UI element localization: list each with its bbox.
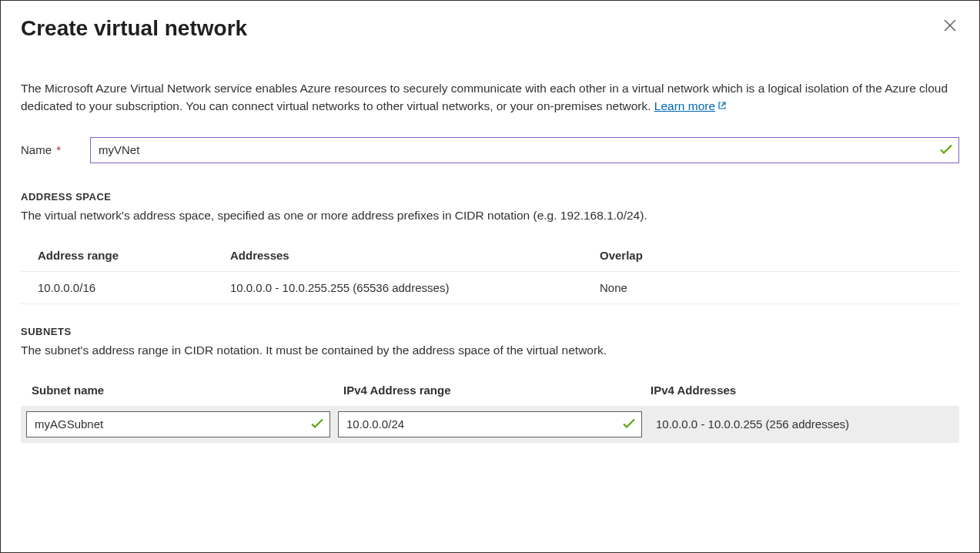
close-button[interactable] [941, 16, 959, 37]
table-header-row: Address range Addresses Overlap [21, 240, 959, 272]
name-label: Name * [21, 143, 90, 156]
subnets-table: Subnet name IPv4 Address range IPv4 Addr… [21, 374, 959, 443]
subnet-name-wrap [26, 411, 330, 437]
address-space-section: ADDRESS SPACE The virtual network's addr… [21, 191, 959, 304]
name-input[interactable] [90, 137, 959, 163]
cell-address-range: 10.0.0.0/16 [21, 271, 213, 303]
close-icon [944, 19, 956, 32]
name-field-row: Name * [21, 137, 959, 163]
subnet-range-input[interactable] [338, 411, 642, 437]
subnet-range-wrap [338, 411, 642, 437]
address-space-description: The virtual network's address space, spe… [21, 209, 959, 223]
subnet-addresses-cell: 10.0.0.0 - 10.0.0.255 (256 addresses) [650, 417, 954, 431]
create-vnet-panel: Create virtual network The Microsoft Azu… [0, 0, 980, 553]
col-address-range: Address range [21, 240, 213, 272]
check-icon [311, 417, 323, 431]
panel-header: Create virtual network [21, 16, 959, 41]
address-space-heading: ADDRESS SPACE [21, 191, 959, 203]
name-label-text: Name [21, 143, 52, 156]
page-title: Create virtual network [21, 16, 247, 41]
subnet-header-row: Subnet name IPv4 Address range IPv4 Addr… [21, 374, 959, 406]
learn-more-label: Learn more [654, 99, 715, 112]
address-space-table: Address range Addresses Overlap 10.0.0.0… [21, 240, 959, 304]
check-icon [623, 417, 635, 431]
subnets-section: SUBNETS The subnet's address range in CI… [21, 326, 959, 443]
col-overlap: Overlap [583, 240, 959, 272]
required-asterisk: * [56, 143, 61, 156]
table-row[interactable]: 10.0.0.0/16 10.0.0.0 - 10.0.255.255 (655… [21, 271, 959, 303]
check-icon [940, 143, 952, 156]
subnet-name-input[interactable] [26, 411, 330, 437]
cell-addresses: 10.0.0.0 - 10.0.255.255 (65536 addresses… [213, 271, 583, 303]
subnets-heading: SUBNETS [21, 326, 959, 337]
col-subnet-range: IPv4 Address range [333, 384, 637, 397]
col-subnet-name: Subnet name [28, 384, 333, 397]
cell-overlap: None [583, 271, 959, 303]
name-input-wrap [90, 137, 959, 163]
col-subnet-addresses: IPv4 Addresses [637, 384, 952, 397]
description-text: The Microsoft Azure Virtual Network serv… [21, 82, 948, 112]
external-link-icon [717, 97, 727, 115]
subnet-row: 10.0.0.0 - 10.0.0.255 (256 addresses) [21, 406, 959, 443]
col-addresses: Addresses [213, 240, 583, 272]
subnets-description: The subnet's address range in CIDR notat… [21, 344, 959, 357]
panel-description: The Microsoft Azure Virtual Network serv… [21, 79, 959, 116]
learn-more-link[interactable]: Learn more [654, 99, 727, 112]
